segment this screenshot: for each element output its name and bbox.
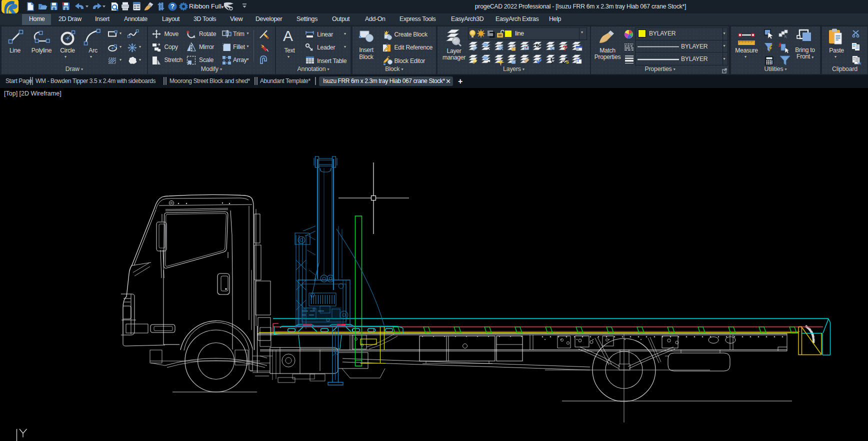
svg-text:T: T — [577, 58, 580, 63]
svg-text:?: ? — [562, 43, 567, 52]
svg-text:S: S — [566, 59, 569, 64]
svg-text:?: ? — [170, 2, 174, 10]
